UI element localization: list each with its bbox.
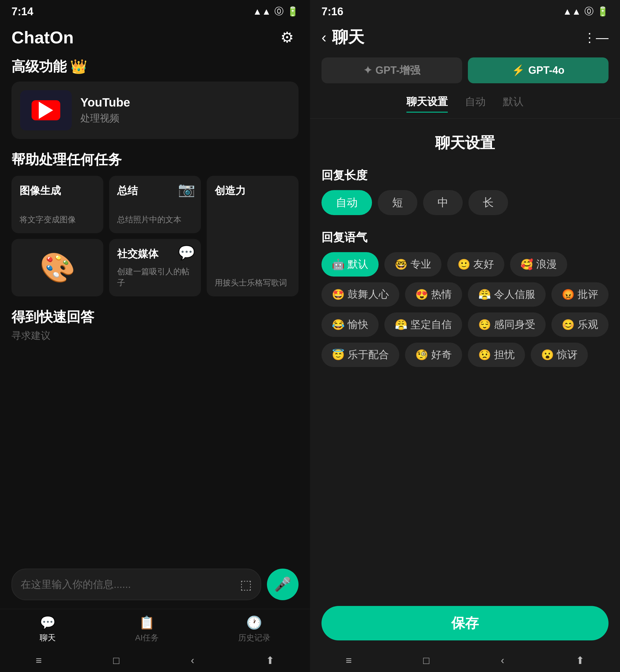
tone-friendly-chip[interactable]: 🙂 友好 xyxy=(447,252,504,277)
app-title: ChatOn xyxy=(11,28,74,47)
gpt4o-tab[interactable]: ⚡ GPT-4o xyxy=(468,57,609,83)
task-name-creative: 创造力 xyxy=(215,184,291,198)
settings-main-title: 聊天设置 xyxy=(321,133,609,153)
tone-optimistic-chip[interactable]: 😊 乐观 xyxy=(552,313,609,337)
tone-empathy-chip[interactable]: 😌 感同身受 xyxy=(468,313,546,337)
length-auto-chip[interactable]: 自动 xyxy=(321,190,372,215)
tone-surprised-chip[interactable]: 😮 惊讶 xyxy=(531,343,588,367)
nav-history[interactable]: 🕐 历史记录 xyxy=(238,615,270,643)
tone-confident-chip[interactable]: 😤 坚定自信 xyxy=(384,313,462,337)
sub-tabs: 聊天设置 自动 默认 xyxy=(310,95,620,118)
tone-cooperative-emoji: 😇 xyxy=(332,349,345,361)
tone-pro-chip[interactable]: 🤓 专业 xyxy=(384,252,442,277)
tone-optimistic-emoji: 😊 xyxy=(562,319,575,331)
chat-nav-icon: 💬 xyxy=(40,615,56,630)
left-battery-icon: 🔋 xyxy=(287,6,299,17)
right-menu-button[interactable]: ⋮— xyxy=(583,30,609,45)
nav-ai-tasks[interactable]: 📋 AI任务 xyxy=(135,615,159,643)
task-desc-image: 将文字变成图像 xyxy=(19,214,95,225)
youtube-thumbnail xyxy=(20,90,72,130)
reply-length-options: 自动 短 中 长 xyxy=(321,190,609,215)
input-placeholder: 在这里输入你的信息...... xyxy=(21,578,234,591)
back-button[interactable]: ‹ xyxy=(321,29,326,46)
youtube-logo-bg xyxy=(32,100,60,120)
history-icon: 🕐 xyxy=(246,615,262,630)
gpt-enhanced-label: GPT-增强 xyxy=(375,63,420,78)
tone-worried-chip[interactable]: 😟 担忧 xyxy=(468,343,525,367)
app-header: ChatOn ⚙ xyxy=(0,23,310,52)
tasks-section-title: 帮助处理任何任务 xyxy=(11,150,299,169)
sub-tab-auto[interactable]: 自动 xyxy=(465,95,486,112)
quick-answer-title: 得到快速回答 xyxy=(11,308,299,326)
save-button[interactable]: 保存 xyxy=(321,606,609,640)
tone-happy-chip[interactable]: 😂 愉快 xyxy=(321,313,378,337)
task-card-image[interactable]: 图像生成 将文字变成图像 xyxy=(11,176,103,233)
nav-chat[interactable]: 💬 聊天 xyxy=(40,615,56,643)
scan-icon[interactable]: ⬚ xyxy=(240,577,252,592)
bottom-nav: 💬 聊天 📋 AI任务 🕐 历史记录 xyxy=(0,609,310,649)
task-card-social[interactable]: 社交媒体 💬 创建一篇吸引人的帖子 xyxy=(109,239,201,296)
input-field[interactable]: 在这里输入你的信息...... ⬚ xyxy=(11,569,261,600)
right-back-btn[interactable]: ‹ xyxy=(501,655,504,667)
input-area: 在这里输入你的信息...... ⬚ 🎤 xyxy=(0,563,310,609)
left-status-icons: ▲▲ ⓪ 🔋 xyxy=(253,5,299,18)
settings-button[interactable]: ⚙ xyxy=(275,26,299,49)
gpt-enhanced-tab[interactable]: ✦ GPT-增强 xyxy=(321,57,462,83)
left-wifi-icon: ⓪ xyxy=(274,5,283,18)
premium-section-title: 高级功能 👑 xyxy=(11,57,299,76)
length-long-chip[interactable]: 长 xyxy=(468,190,508,215)
ai-tasks-icon: 📋 xyxy=(139,615,155,630)
tone-convincing-emoji: 😤 xyxy=(478,289,491,301)
right-panel: 7:16 ▲▲ ⓪ 🔋 ‹ 聊天 ⋮— ✦ GPT-增强 ⚡ GPT-4o 聊天… xyxy=(310,0,620,672)
left-home-btn[interactable]: □ xyxy=(113,655,119,667)
tone-critical-chip[interactable]: 😡 批评 xyxy=(552,282,609,307)
palette-card[interactable]: 🎨 xyxy=(11,239,103,296)
right-status-icons: ▲▲ ⓪ 🔋 xyxy=(563,5,609,18)
nav-history-label: 历史记录 xyxy=(238,632,270,643)
camera-icon: 📷 xyxy=(178,182,195,198)
right-page-title: 聊天 xyxy=(332,27,364,48)
length-short-chip[interactable]: 短 xyxy=(378,190,417,215)
youtube-card[interactable]: YouTube 处理视频 xyxy=(11,82,299,139)
tone-romantic-chip[interactable]: 🥰 浪漫 xyxy=(510,252,567,277)
tone-passionate-emoji: 😍 xyxy=(415,289,428,301)
reply-length-label: 回复长度 xyxy=(321,167,609,183)
right-signal-icon: ▲▲ xyxy=(563,6,581,17)
gpt-tabs: ✦ GPT-增强 ⚡ GPT-4o xyxy=(321,57,609,83)
right-time: 7:16 xyxy=(321,5,343,18)
tone-curious-chip[interactable]: 🧐 好奇 xyxy=(405,343,462,367)
left-menu-btn[interactable]: ≡ xyxy=(36,655,42,667)
left-nav4-btn[interactable]: ⬆ xyxy=(266,655,274,667)
task-grid: 图像生成 将文字变成图像 总结 📷 总结照片中的文本 创造力 用披头士乐格写歌词… xyxy=(11,176,299,296)
tone-passionate-chip[interactable]: 😍 热情 xyxy=(405,282,462,307)
task-name-image: 图像生成 xyxy=(19,184,95,198)
right-nav4-btn[interactable]: ⬆ xyxy=(576,655,584,667)
sub-tab-chat-settings[interactable]: 聊天设置 xyxy=(406,95,448,112)
tone-critical-emoji: 😡 xyxy=(562,289,575,301)
mic-button[interactable]: 🎤 xyxy=(267,569,299,600)
length-medium-chip[interactable]: 中 xyxy=(423,190,463,215)
youtube-name: YouTube xyxy=(81,96,290,109)
right-wifi-icon: ⓪ xyxy=(584,5,593,18)
right-battery-icon: 🔋 xyxy=(597,6,609,17)
left-sys-nav: ≡ □ ‹ ⬆ xyxy=(0,649,310,672)
tone-cooperative-chip[interactable]: 😇 乐于配合 xyxy=(321,343,399,367)
tone-happy-emoji: 😂 xyxy=(332,319,345,331)
task-card-summary[interactable]: 总结 📷 总结照片中的文本 xyxy=(109,176,201,233)
right-menu-btn[interactable]: ≡ xyxy=(346,655,352,667)
tone-pro-emoji: 🤓 xyxy=(395,258,408,271)
tone-convincing-chip[interactable]: 😤 令人信服 xyxy=(468,282,546,307)
tone-default-chip[interactable]: 🤖 默认 xyxy=(321,252,378,277)
gpt4o-icon: ⚡ xyxy=(512,64,525,77)
tone-inspiring-chip[interactable]: 🤩 鼓舞人心 xyxy=(321,282,399,307)
crown-icon: 👑 xyxy=(70,59,87,75)
left-time: 7:14 xyxy=(11,5,33,18)
reply-tone-options: 🤖 默认 🤓 专业 🙂 友好 🥰 浪漫 🤩 鼓舞人心 😍 热情 😤 令人信服 😡… xyxy=(321,252,609,367)
task-card-creative[interactable]: 创造力 用披头士乐格写歌词 xyxy=(207,176,299,296)
youtube-desc: 处理视频 xyxy=(81,112,290,125)
youtube-play-icon xyxy=(39,102,53,119)
left-back-btn[interactable]: ‹ xyxy=(191,655,194,667)
sub-tab-default[interactable]: 默认 xyxy=(503,95,524,112)
right-home-btn[interactable]: □ xyxy=(423,655,429,667)
left-signal-icon: ▲▲ xyxy=(253,6,271,17)
